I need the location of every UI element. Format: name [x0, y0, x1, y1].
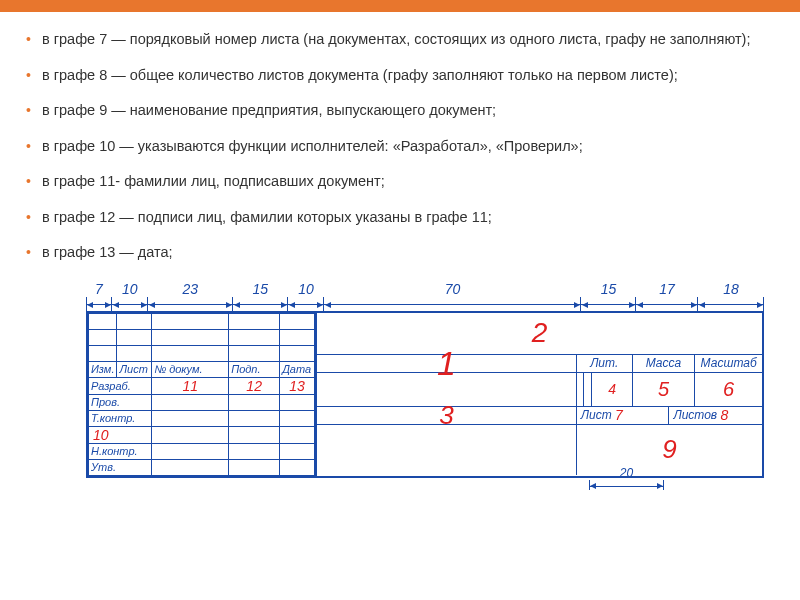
dim-value: 70 — [324, 281, 581, 297]
cell-label: Разраб. — [89, 377, 152, 394]
field-number: 12 — [229, 377, 280, 394]
slide-content: в графе 7 — порядковый номер листа (на д… — [0, 12, 800, 504]
dim-value: 23 — [148, 281, 233, 297]
cell-header: Лист — [117, 361, 152, 377]
cell-header: Листов — [673, 408, 717, 422]
cell-label: Утв. — [89, 459, 152, 475]
list-item: в графе 13 — дата; — [24, 243, 776, 263]
dim-value: 18 — [698, 281, 764, 297]
field-number: 4 — [608, 381, 616, 397]
field-number: 11 — [152, 377, 229, 394]
field-number: 2 — [532, 317, 548, 349]
slide-accent-bar — [0, 0, 800, 12]
dim-value: 20 — [620, 466, 633, 480]
dim-value: 15 — [581, 281, 636, 297]
dim-value: 17 — [636, 281, 698, 297]
cell-label: Н.контр. — [89, 443, 152, 459]
list-item: в графе 11- фамилии лиц, подписавших док… — [24, 172, 776, 192]
field-number: 5 — [633, 373, 696, 406]
cell-header: Лит. — [577, 355, 633, 372]
dim-value: 7 — [86, 281, 112, 297]
title-block-diagram: 11·5=55 7 10 23 15 10 70 15 17 18 Изм. — [56, 281, 764, 494]
left-grid: Изм. Лист № докум. Подп. Дата Разраб. 11… — [88, 313, 315, 476]
right-grid: 2 1 Лит. Масса Масштаб 4 5 — [315, 311, 764, 478]
cell-label: Пров. — [89, 394, 152, 410]
list-item: в графе 8 — общее количество листов доку… — [24, 66, 776, 86]
cell-header: Масса — [633, 355, 696, 372]
field-number: 7 — [615, 407, 623, 423]
list-item: в графе 12 — подписи лиц, фамилии которы… — [24, 208, 776, 228]
field-number: 13 — [280, 377, 315, 394]
list-item: в графе 10 — указываются функции исполни… — [24, 137, 776, 157]
dim-value: 15 — [233, 281, 288, 297]
cell-header: № докум. — [152, 361, 229, 377]
field-number: 10 — [89, 426, 152, 443]
dimension-row-top: 7 10 23 15 10 70 15 17 18 — [86, 281, 764, 311]
cell-header: Подп. — [229, 361, 280, 377]
field-number: 8 — [720, 407, 728, 423]
field-number: 6 — [695, 373, 762, 406]
list-item: в графе 9 — наименование предприятия, вы… — [24, 101, 776, 121]
title-block-table: Изм. Лист № докум. Подп. Дата Разраб. 11… — [86, 311, 764, 478]
cell-header: Дата — [280, 361, 315, 377]
list-item: в графе 7 — порядковый номер листа (на д… — [24, 30, 776, 50]
cell-header: Масштаб — [695, 355, 762, 372]
dimension-row-bottom: 20 — [86, 480, 764, 494]
dim-value: 10 — [288, 281, 324, 297]
dim-value: 10 — [112, 281, 148, 297]
field-number: 9 — [577, 425, 762, 475]
cell-header: Лист — [581, 408, 612, 422]
cell-label: Т.контр. — [89, 410, 152, 426]
cell-header: Изм. — [89, 361, 117, 377]
bullet-list: в графе 7 — порядковый номер листа (на д… — [24, 30, 776, 263]
